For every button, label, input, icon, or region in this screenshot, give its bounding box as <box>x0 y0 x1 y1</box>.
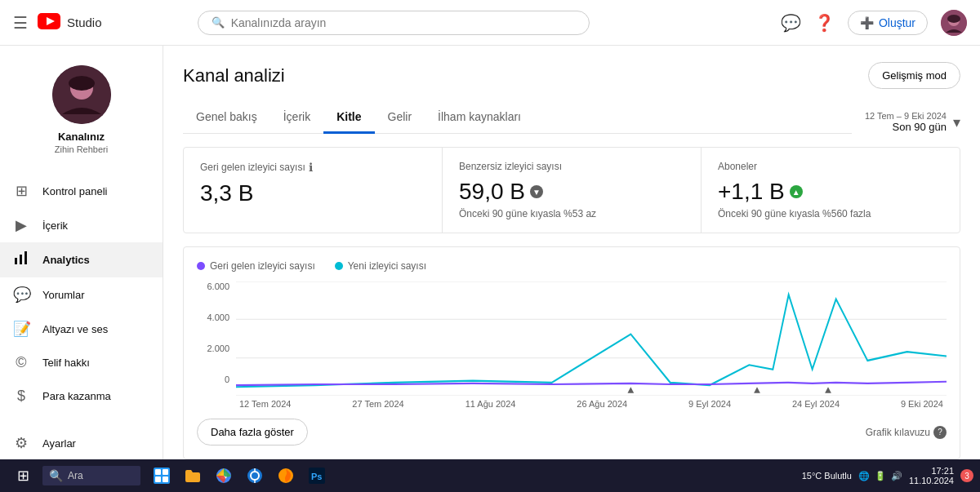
sidebar-item-analytics[interactable]: Analytics <box>0 242 163 277</box>
page-header: Kanal analizi Gelişmiş mod <box>183 62 960 89</box>
chart-container <box>236 281 947 396</box>
start-button[interactable]: ⊞ <box>7 459 39 492</box>
chart-area: 12 Tem 2024 27 Tem 2024 11 Ağu 2024 26 A… <box>236 281 947 409</box>
legend-new: Yeni izleyici sayısı <box>335 260 426 272</box>
tab-revenue[interactable]: Gelir <box>375 102 425 134</box>
info-icon-returning[interactable]: ℹ <box>309 161 313 174</box>
taskbar-app-wayfinder[interactable] <box>240 461 270 490</box>
menu-icon[interactable]: ☰ <box>13 13 28 33</box>
sidebar-item-dashboard[interactable]: ⊞ Kontrol paneli <box>0 174 163 208</box>
sidebar-item-copyright[interactable]: © Telif hakkı <box>0 346 163 379</box>
sidebar-item-subtitles[interactable]: 📝 Altyazı ve ses <box>0 312 163 346</box>
main-layout: Kanalınız Zihin Rehberi ⊞ Kontrol paneli… <box>0 46 980 459</box>
show-more-button[interactable]: Daha fazla göster <box>197 419 308 445</box>
stat-subscribers-title: Aboneler <box>718 161 943 172</box>
legend-dot-returning <box>197 262 205 270</box>
date-chevron-icon[interactable]: ▾ <box>953 113 960 131</box>
stat-unique: Benzersiz izleyici sayısı 59,0 B ▼ Öncek… <box>443 148 702 233</box>
taskbar-app-folder[interactable] <box>178 461 207 490</box>
taskbar: ⊞ 🔍 Ara Ps <box>0 459 980 492</box>
taskbar-app-chrome[interactable] <box>209 461 238 490</box>
taskbar-search[interactable]: 🔍 Ara <box>42 466 140 485</box>
sidebar-label-subtitles: Altyazı ve ses <box>42 323 108 335</box>
stat-returning-value: 3,3 B <box>200 180 425 206</box>
create-label: Oluştur <box>879 16 915 29</box>
date-range[interactable]: 12 Tem – 9 Eki 2024 Son 90 gün ▾ <box>865 111 960 133</box>
tab-inspiration[interactable]: İlham kaynakları <box>425 102 534 134</box>
date-range-label: 12 Tem – 9 Eki 2024 <box>865 111 947 121</box>
sidebar-item-comments[interactable]: 💬 Yorumlar <box>0 277 163 312</box>
taskbar-app-photoshop[interactable]: Ps <box>302 461 332 490</box>
x-label-5: 24 Eyl 2024 <box>792 399 840 409</box>
chart-footer: Daha fazla göster Grafik kılavuzu ? <box>197 419 947 445</box>
search-bar: 🔍 <box>198 11 590 35</box>
chart-x-labels: 12 Tem 2024 27 Tem 2024 11 Ağu 2024 26 A… <box>236 399 947 409</box>
stat-returning-title: Geri gelen izleyici sayısı ℹ <box>200 161 425 174</box>
y-label-4000: 4.000 <box>197 312 229 322</box>
chart-guide[interactable]: Grafik kılavuzu ? <box>866 426 947 439</box>
channel-subtitle: Zihin Rehberi <box>55 144 108 154</box>
notification-badge[interactable]: 3 <box>960 469 973 482</box>
topbar-right: 💬 ❓ ➕ Oluştur <box>781 10 967 36</box>
sidebar-label-dashboard: Kontrol paneli <box>42 185 108 197</box>
comments-icon: 💬 <box>13 286 29 304</box>
yt-logo[interactable]: Studio <box>38 11 102 34</box>
stat-subscribers: Aboneler +1,1 B ▲ Önceki 90 güne kıyasla… <box>702 148 960 233</box>
topbar-left: ☰ Studio <box>13 11 102 34</box>
sidebar-item-monetize[interactable]: $ Para kazanma <box>0 379 163 413</box>
taskbar-apps: Ps <box>147 461 332 490</box>
date-range-period: Son 90 gün <box>865 121 947 133</box>
stat-unique-badge: ▼ <box>530 185 543 198</box>
stat-subscribers-badge: ▲ <box>790 185 803 198</box>
chart-section: Geri gelen izleyici sayısı Yeni izleyici… <box>183 246 960 459</box>
studio-label: Studio <box>67 16 102 29</box>
tab-overview[interactable]: Genel bakış <box>183 102 270 134</box>
stats-cards: Geri gelen izleyici sayısı ℹ 3,3 B Benze… <box>183 147 960 233</box>
feedback-icon[interactable]: 💬 <box>781 13 801 33</box>
svg-rect-22 <box>163 476 168 482</box>
page-title: Kanal analizi <box>183 65 285 86</box>
x-label-1: 27 Tem 2024 <box>352 399 403 409</box>
tab-audience[interactable]: Kitle <box>323 102 374 134</box>
tab-content[interactable]: İçerik <box>270 102 323 134</box>
stat-unique-title: Benzersiz izleyici sayısı <box>459 161 684 172</box>
search-icon: 🔍 <box>212 16 225 29</box>
chart-wrapper: 6.000 4.000 2.000 0 <box>197 281 947 409</box>
svg-text:Ps: Ps <box>311 472 322 481</box>
x-label-4: 9 Eyl 2024 <box>688 399 731 409</box>
svg-rect-9 <box>20 255 22 264</box>
channel-name: Kanalınız <box>58 131 105 143</box>
battery-icon: 🔋 <box>875 471 886 481</box>
taskbar-right: 15°C Bulutlu 🌐 🔋 🔊 17:21 11.10.2024 3 <box>802 466 973 485</box>
sidebar-item-content[interactable]: ▶ İçerik <box>0 208 163 242</box>
search-input[interactable] <box>231 16 576 29</box>
sidebar: Kanalınız Zihin Rehberi ⊞ Kontrol paneli… <box>0 46 163 459</box>
analytics-icon <box>13 250 29 269</box>
advanced-button[interactable]: Gelişmiş mod <box>868 62 960 89</box>
x-label-2: 11 Ağu 2024 <box>466 399 516 409</box>
y-axis: 6.000 4.000 2.000 0 <box>197 281 229 388</box>
help-icon[interactable]: ❓ <box>814 13 835 33</box>
subtitles-icon: 📝 <box>13 320 29 338</box>
weather-temp: 15°C Bulutlu <box>802 471 852 481</box>
y-label-0: 0 <box>197 375 229 384</box>
svg-point-4 <box>947 15 960 23</box>
youtube-icon <box>38 11 60 34</box>
taskbar-app-firefox[interactable] <box>271 461 301 490</box>
stat-unique-value: 59,0 B ▼ <box>459 179 684 205</box>
sidebar-item-settings[interactable]: ⚙ Ayarlar <box>0 426 163 459</box>
svg-marker-16 <box>754 387 760 393</box>
taskbar-time: 17:21 11.10.2024 <box>909 466 954 485</box>
svg-rect-19 <box>155 469 161 475</box>
chart-guide-icon: ? <box>933 426 947 439</box>
taskbar-sys-icons[interactable]: 🌐 🔋 🔊 <box>858 471 902 481</box>
create-button[interactable]: ➕ Oluştur <box>848 11 928 35</box>
dashboard-icon: ⊞ <box>13 182 29 200</box>
y-label-2000: 2.000 <box>197 344 229 353</box>
sidebar-label-monetize: Para kazanma <box>42 390 111 402</box>
channel-avatar[interactable] <box>52 65 111 124</box>
avatar[interactable] <box>941 10 967 36</box>
x-label-3: 26 Ağu 2024 <box>577 399 627 409</box>
taskbar-app-explorer[interactable] <box>147 461 176 490</box>
legend-label-new: Yeni izleyici sayısı <box>348 260 426 272</box>
